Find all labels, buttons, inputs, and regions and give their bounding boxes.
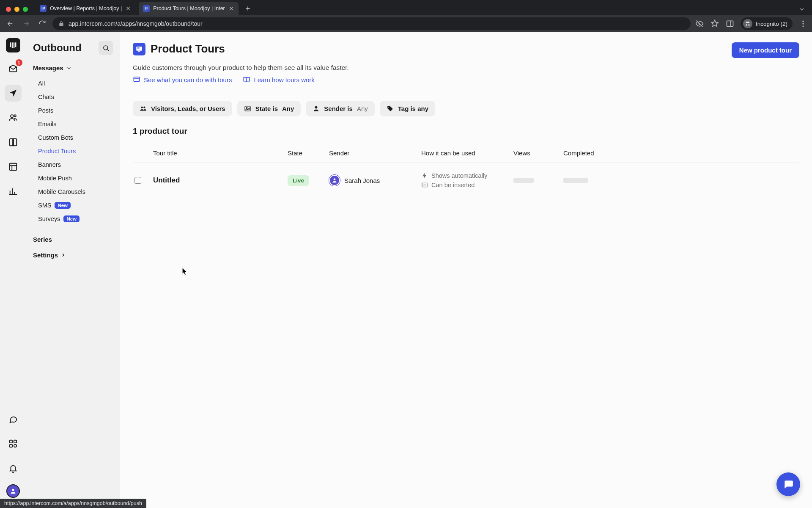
rail-item-contacts[interactable] xyxy=(5,109,22,126)
filter-label: Visitors, Leads, or Users xyxy=(151,105,225,112)
page-subtitle: Guide customers through your product to … xyxy=(133,64,799,72)
sidebar-item-sms[interactable]: SMSNew xyxy=(26,199,120,212)
back-button[interactable] xyxy=(4,18,16,30)
sidebar-section-messages[interactable]: Messages xyxy=(26,60,120,76)
intercom-favicon-icon xyxy=(40,5,47,12)
svg-rect-15 xyxy=(15,42,16,47)
help-link-see[interactable]: See what you can do with tours xyxy=(133,76,232,83)
col-tour-title[interactable]: Tour title xyxy=(153,149,284,157)
col-sender[interactable]: Sender xyxy=(329,149,418,157)
svg-point-32 xyxy=(246,108,247,109)
chevron-down-icon[interactable] xyxy=(798,6,805,13)
messenger-fab[interactable] xyxy=(776,472,800,496)
intercom-favicon-icon xyxy=(143,5,150,12)
intercom-logo[interactable] xyxy=(6,38,20,52)
user-icon xyxy=(10,488,16,494)
sidebar-item-label: Chats xyxy=(38,94,54,100)
rail-item-reports[interactable] xyxy=(5,183,22,200)
col-usage[interactable]: How it can be used xyxy=(421,149,510,157)
sidebar-item-banners[interactable]: Banners xyxy=(26,158,120,171)
rail-item-operator[interactable] xyxy=(5,158,22,175)
people-icon xyxy=(8,113,18,122)
chevron-right-icon xyxy=(60,252,66,258)
filter-label: State is xyxy=(255,105,278,112)
lock-icon xyxy=(58,21,64,27)
svg-point-9 xyxy=(802,21,804,22)
sidebar-item-label: Custom Bots xyxy=(38,134,73,141)
sidebar-item-posts[interactable]: Posts xyxy=(26,104,120,117)
status-bar-hint: https://app.intercom.com/a/apps/nnsgmgob… xyxy=(0,499,146,508)
close-icon[interactable] xyxy=(125,6,131,11)
sidebar-item-label: Product Tours xyxy=(38,148,76,155)
svg-rect-25 xyxy=(136,47,142,51)
usage-label: Can be inserted xyxy=(431,182,475,188)
svg-point-11 xyxy=(802,25,804,27)
rail-item-apps[interactable] xyxy=(5,435,22,452)
sidebar-item-emails[interactable]: Emails xyxy=(26,117,120,131)
zoom-window-icon[interactable] xyxy=(23,7,28,12)
rail-item-articles[interactable] xyxy=(5,134,22,151)
filter-state[interactable]: State is Any xyxy=(237,101,301,116)
new-tab-button[interactable] xyxy=(242,3,254,14)
new-product-tour-button[interactable]: New product tour xyxy=(732,42,799,58)
close-icon[interactable] xyxy=(228,6,234,11)
svg-rect-6 xyxy=(147,7,147,10)
filter-audience[interactable]: Visitors, Leads, or Users xyxy=(133,101,232,116)
kebab-menu-icon[interactable] xyxy=(798,19,808,28)
tab-strip: Overview | Reports | Moodjoy | Product T… xyxy=(0,0,812,15)
row-checkbox[interactable] xyxy=(134,177,141,184)
close-window-icon[interactable] xyxy=(6,7,11,12)
people-icon xyxy=(140,105,147,112)
sidebar-item-surveys[interactable]: SurveysNew xyxy=(26,212,120,226)
tab-overview[interactable]: Overview | Reports | Moodjoy | xyxy=(36,2,135,15)
sidebar-search-button[interactable] xyxy=(99,41,113,55)
table-row[interactable]: Untitled Live Sarah Jonas Shows automati… xyxy=(133,163,799,198)
window-controls[interactable] xyxy=(3,7,32,15)
book-open-icon xyxy=(243,76,250,83)
help-link-label: Learn how tours work xyxy=(254,76,314,83)
sender-name: Sarah Jonas xyxy=(344,177,380,184)
panel-icon[interactable] xyxy=(725,19,735,28)
intercom-logo-icon xyxy=(9,41,17,50)
minimize-window-icon[interactable] xyxy=(14,7,19,12)
url-field[interactable]: app.intercom.com/a/apps/nnsgmgob/outboun… xyxy=(52,17,691,30)
sidebar-item-mobile-carousels[interactable]: Mobile Carousels xyxy=(26,185,120,199)
svg-rect-5 xyxy=(146,7,146,10)
sidebar-item-custom-bots[interactable]: Custom Bots xyxy=(26,131,120,144)
incognito-icon xyxy=(743,19,752,28)
chat-icon xyxy=(8,414,18,424)
help-link-label: See what you can do with tours xyxy=(144,76,232,83)
help-link-learn[interactable]: Learn how tours work xyxy=(243,76,314,83)
sidebar-item-mobile-push[interactable]: Mobile Push xyxy=(26,171,120,185)
rail-avatar[interactable] xyxy=(6,484,20,498)
views-placeholder xyxy=(513,178,534,183)
svg-point-29 xyxy=(141,107,143,108)
star-icon[interactable] xyxy=(710,19,719,28)
rail-item-notifications[interactable] xyxy=(5,460,22,477)
col-state[interactable]: State xyxy=(288,149,326,157)
sidebar-item-chats[interactable]: Chats xyxy=(26,90,120,104)
svg-rect-13 xyxy=(11,42,13,48)
svg-rect-4 xyxy=(145,7,145,10)
reload-icon xyxy=(38,20,46,28)
app-shell: 1 xyxy=(0,32,812,508)
forward-button[interactable] xyxy=(20,18,32,30)
filter-value: Any xyxy=(282,105,294,112)
sidebar-item-series[interactable]: Series xyxy=(26,232,120,247)
tab-product-tours[interactable]: Product Tours | Moodjoy | Inter xyxy=(139,2,239,15)
sidebar-item-label: Mobile Push xyxy=(38,175,72,182)
eye-off-icon[interactable] xyxy=(695,19,704,28)
filter-sender[interactable]: Sender is Any xyxy=(306,101,374,116)
rail-item-outbound[interactable] xyxy=(5,85,22,102)
col-views[interactable]: Views xyxy=(513,149,560,157)
incognito-indicator[interactable]: Incognito (2) xyxy=(741,17,793,30)
sidebar-item-settings[interactable]: Settings xyxy=(26,247,120,263)
rail-item-messenger[interactable] xyxy=(5,411,22,428)
chat-bubble-icon xyxy=(783,479,794,490)
sidebar-item-all[interactable]: All xyxy=(26,77,120,90)
rail-item-inbox[interactable]: 1 xyxy=(5,60,22,77)
reload-button[interactable] xyxy=(36,18,48,30)
sidebar-item-product-tours[interactable]: Product Tours xyxy=(26,144,120,158)
col-completed[interactable]: Completed xyxy=(563,149,610,157)
filter-tag[interactable]: Tag is any xyxy=(380,101,435,116)
